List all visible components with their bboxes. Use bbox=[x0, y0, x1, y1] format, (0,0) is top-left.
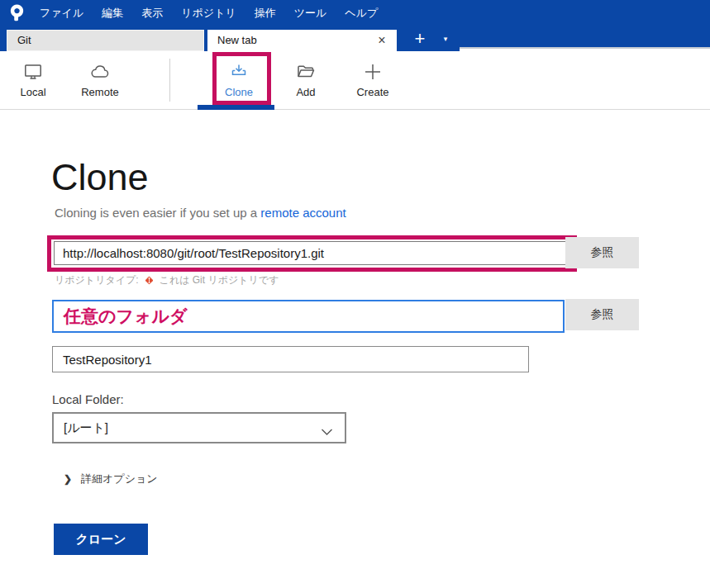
toolbar-create-button[interactable]: Create bbox=[340, 51, 406, 109]
repo-type-status: これは Git リポジトリです bbox=[160, 273, 279, 287]
local-folder-label: Local Folder: bbox=[52, 392, 124, 406]
menu-bar: ファイル 編集 表示 リポジトリ 操作 ツール ヘルプ bbox=[0, 0, 710, 26]
subtitle-text: Cloning is even easier if you set up a bbox=[55, 206, 257, 220]
menu-help[interactable]: ヘルプ bbox=[336, 0, 387, 26]
tab-git[interactable]: Git bbox=[7, 30, 204, 51]
menu-actions[interactable]: 操作 bbox=[245, 0, 285, 26]
menu-items: ファイル 編集 表示 リポジトリ 操作 ツール ヘルプ bbox=[31, 0, 387, 26]
repo-name-input[interactable] bbox=[52, 346, 529, 372]
chevron-right-icon: ❯ bbox=[64, 473, 72, 485]
cloud-icon bbox=[89, 60, 111, 83]
page-subtitle: Cloning is even easier if you set up a r… bbox=[55, 206, 346, 220]
remote-account-link[interactable]: remote account bbox=[260, 206, 345, 220]
tab-new-tab[interactable]: New tab × bbox=[207, 30, 397, 51]
folder-open-icon bbox=[295, 60, 317, 83]
app-logo-icon bbox=[7, 3, 26, 22]
toolbar-create-label: Create bbox=[356, 86, 388, 98]
toolbar-separator bbox=[169, 59, 170, 102]
page-title: Clone bbox=[51, 156, 149, 199]
menu-file[interactable]: ファイル bbox=[31, 0, 93, 26]
clone-submit-button[interactable]: クローン bbox=[54, 524, 148, 555]
browse-folder-button[interactable]: 参照 bbox=[565, 299, 639, 330]
toolbar-remote-label: Remote bbox=[81, 86, 119, 98]
advanced-options-toggle[interactable]: ❯ 詳細オプション bbox=[64, 472, 158, 486]
plus-icon bbox=[362, 60, 384, 83]
toolbar-clone-label: Clone bbox=[225, 86, 253, 98]
tab-new-tab-label: New tab bbox=[217, 34, 257, 46]
advanced-options-label: 詳細オプション bbox=[81, 472, 158, 486]
tab-dropdown-icon[interactable]: ▾ bbox=[436, 27, 455, 51]
toolbar-remote-button[interactable]: Remote bbox=[67, 51, 133, 109]
toolbar-local-button[interactable]: Local bbox=[0, 51, 66, 109]
tab-bar: Git New tab × + ▾ bbox=[0, 26, 710, 51]
new-tab-button[interactable]: + bbox=[407, 27, 433, 51]
clone-selected-indicator bbox=[198, 105, 274, 110]
repo-type-row: リポジトリタイプ: これは Git リポジトリです bbox=[55, 273, 279, 287]
browse-url-button[interactable]: 参照 bbox=[565, 237, 639, 268]
git-logo-icon bbox=[143, 274, 155, 287]
app-window: ファイル 編集 表示 リポジトリ 操作 ツール ヘルプ Git New tab … bbox=[0, 0, 710, 588]
repo-type-label: リポジトリタイプ: bbox=[55, 273, 139, 287]
chevron-down-icon bbox=[321, 424, 333, 439]
toolbar-add-label: Add bbox=[296, 86, 315, 98]
local-folder-select[interactable]: [ルート] bbox=[52, 412, 346, 443]
menu-edit[interactable]: 編集 bbox=[93, 0, 132, 26]
toolbar-add-button[interactable]: Add bbox=[273, 51, 339, 109]
folder-annotation-text: 任意のフォルダ bbox=[64, 305, 187, 328]
menu-view[interactable]: 表示 bbox=[132, 0, 172, 26]
toolbar-local-label: Local bbox=[20, 86, 45, 98]
destination-folder-input[interactable]: 任意のフォルダ bbox=[52, 300, 565, 333]
menu-repository[interactable]: リポジトリ bbox=[172, 0, 245, 26]
clone-url-input[interactable] bbox=[54, 241, 568, 265]
toolbar: Local Remote Clone bbox=[0, 51, 710, 110]
monitor-icon bbox=[22, 60, 44, 83]
toolbar-clone-button[interactable]: Clone bbox=[206, 51, 272, 109]
tab-close-icon[interactable]: × bbox=[374, 30, 390, 51]
download-icon bbox=[228, 60, 250, 83]
menu-tools[interactable]: ツール bbox=[285, 0, 336, 26]
local-folder-value: [ルート] bbox=[64, 420, 108, 436]
